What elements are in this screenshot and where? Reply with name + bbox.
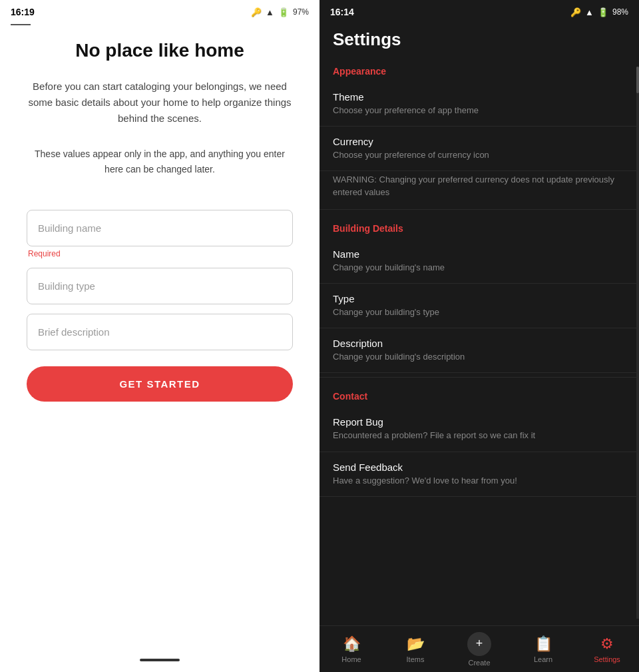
battery-icon-right: 🔋 (598, 7, 608, 17)
left-panel: 16:19 🔑 ▲ 🔋 97% No place like home Befor… (0, 0, 320, 672)
settings-item-currency[interactable]: Currency Choose your preference of curre… (320, 127, 639, 171)
learn-icon: 📋 (534, 635, 552, 653)
vpn-icon-right: 🔑 (570, 7, 581, 17)
settings-header: Settings (320, 21, 639, 57)
building-name-group: Required (27, 210, 293, 258)
name-title: Name (333, 248, 626, 260)
nav-label-learn: Learn (534, 655, 552, 663)
divider-1 (320, 209, 639, 210)
building-name-input[interactable] (27, 210, 293, 246)
subtitle: Before you can start cataloging your bel… (27, 79, 293, 127)
settings-item-name[interactable]: Name Change your building's name (320, 239, 639, 284)
bottom-bar-left (0, 652, 320, 672)
battery-percent-right: 98% (612, 7, 628, 17)
battery-percent-left: 97% (293, 7, 309, 17)
brief-description-group (27, 314, 293, 350)
theme-title: Theme (333, 91, 626, 103)
status-icons-right: 🔑 ▲ 🔋 98% (570, 7, 628, 17)
report-bug-desc: Encountered a problem? File a report so … (333, 430, 626, 442)
required-label: Required (28, 249, 293, 258)
type-title: Type (333, 293, 626, 304)
status-time-right: 16:14 (330, 7, 354, 17)
currency-desc: Choose your preference of currency icon (333, 149, 626, 161)
items-icon: 📂 (407, 635, 425, 653)
name-desc: Change your building's name (333, 262, 626, 274)
divider-2 (320, 377, 639, 378)
type-desc: Change your building's type (333, 306, 626, 318)
settings-item-report-bug[interactable]: Report Bug Encountered a problem? File a… (320, 407, 639, 452)
settings-scroll[interactable]: Appearance Theme Choose your preference … (320, 57, 639, 625)
description-desc: Change your building's description (333, 351, 626, 363)
send-feedback-title: Send Feedback (333, 462, 626, 473)
status-time-left: 16:19 (11, 7, 35, 17)
description-title: Description (333, 338, 626, 349)
section-header-appearance: Appearance (320, 57, 639, 82)
nav-label-settings: Settings (594, 655, 620, 663)
create-icon: + (467, 632, 491, 656)
theme-desc: Choose your preference of app theme (333, 105, 626, 117)
bottom-indicator-left (140, 659, 180, 661)
status-bar-right: 16:14 🔑 ▲ 🔋 98% (320, 0, 639, 21)
settings-item-theme[interactable]: Theme Choose your preference of app them… (320, 82, 639, 127)
section-header-building: Building Details (320, 214, 639, 239)
settings-item-description[interactable]: Description Change your building's descr… (320, 328, 639, 373)
subtitle2: These values appear only in the app, and… (27, 147, 293, 176)
currency-warning: WARNING: Changing your preferred currenc… (320, 171, 639, 204)
get-started-button[interactable]: GET STARTED (27, 366, 293, 402)
nav-item-settings[interactable]: ⚙ Settings (575, 631, 639, 667)
scrollbar-track (636, 67, 639, 619)
building-type-input[interactable] (27, 268, 293, 304)
nav-item-create[interactable]: + Create (447, 628, 511, 671)
send-feedback-desc: Have a suggestion? We'd love to hear fro… (333, 475, 626, 487)
main-title: No place like home (75, 39, 244, 63)
status-icons-left: 🔑 ▲ 🔋 97% (251, 7, 309, 17)
nav-item-home[interactable]: 🏠 Home (320, 631, 383, 667)
currency-title: Currency (333, 136, 626, 147)
left-content: No place like home Before you can start … (0, 25, 320, 652)
settings-title: Settings (333, 29, 401, 49)
scrollbar-thumb (636, 67, 639, 93)
right-panel: 16:14 🔑 ▲ 🔋 98% Settings Appearance Them… (320, 0, 639, 672)
nav-label-home: Home (341, 655, 361, 663)
report-bug-title: Report Bug (333, 416, 626, 428)
wifi-icon-right: ▲ (585, 7, 594, 17)
nav-label-items: Items (407, 655, 425, 663)
nav-item-learn[interactable]: 📋 Learn (511, 631, 575, 667)
section-header-contact: Contact (320, 382, 639, 407)
vpn-icon: 🔑 (251, 7, 262, 17)
home-icon: 🏠 (343, 635, 361, 653)
nav-label-create: Create (468, 659, 490, 667)
settings-icon: ⚙ (600, 635, 614, 653)
nav-item-items[interactable]: 📂 Items (383, 631, 447, 667)
brief-description-input[interactable] (27, 314, 293, 350)
bottom-nav: 🏠 Home 📂 Items + Create 📋 Learn ⚙ Settin… (320, 625, 639, 672)
battery-icon: 🔋 (278, 7, 289, 17)
wifi-icon: ▲ (266, 7, 274, 17)
settings-item-type[interactable]: Type Change your building's type (320, 284, 639, 328)
status-bar-left: 16:19 🔑 ▲ 🔋 97% (0, 0, 320, 21)
building-type-group (27, 268, 293, 304)
settings-item-send-feedback[interactable]: Send Feedback Have a suggestion? We'd lo… (320, 452, 639, 497)
